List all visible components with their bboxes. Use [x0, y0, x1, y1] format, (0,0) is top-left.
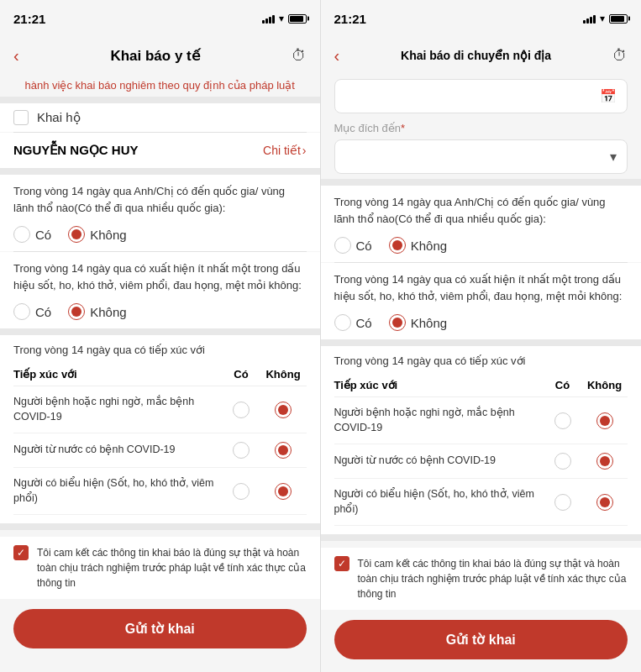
contact-row-3-khong-radio-right[interactable] — [596, 494, 613, 511]
q2-co-option-left[interactable]: Có — [13, 303, 51, 320]
commitment-text-right: Tôi cam kết các thông tin khai báo là đú… — [358, 556, 628, 601]
contact-row-2-co-radio-right[interactable] — [554, 453, 571, 470]
muc-dich-dropdown[interactable]: ▾ — [334, 139, 628, 174]
divider-6-left — [0, 523, 320, 530]
contact-col-co-left: Có — [223, 368, 260, 381]
q1-co-option-left[interactable]: Có — [13, 226, 51, 243]
nav-bar-left: ‹ Khai báo y tế ⏱ — [0, 37, 320, 74]
chi-tiet-link[interactable]: Chi tiết › — [263, 144, 306, 157]
contact-col-khong-right: Không — [581, 379, 628, 391]
back-button-left[interactable]: ‹ — [13, 46, 19, 66]
q2-khong-label-right: Không — [411, 316, 447, 330]
contact-row-1-co-radio-left[interactable] — [233, 402, 250, 418]
contact-header-right: Tiếp xúc với Có Không — [334, 374, 628, 397]
contact-row-1-co-left[interactable] — [223, 402, 260, 418]
divider-3-left — [0, 168, 320, 175]
contact-row-2-khong-right[interactable] — [581, 453, 628, 470]
q1-text-left: Trong vòng 14 ngày qua Anh/Chị có đến qu… — [0, 175, 320, 221]
q1-khong-option-right[interactable]: Không — [389, 237, 447, 254]
q1-khong-radio-left[interactable] — [68, 226, 85, 243]
q1-khong-radio-right[interactable] — [389, 237, 406, 254]
q1-co-option-right[interactable]: Có — [334, 237, 372, 254]
contact-row-1-khong-radio-right[interactable] — [596, 412, 613, 429]
history-icon-left[interactable]: ⏱ — [292, 47, 307, 65]
khai-ho-checkbox[interactable] — [13, 110, 29, 125]
person-name: NGUYỄN NGỌC HUY — [13, 143, 139, 158]
contact-row-3-co-right[interactable] — [544, 494, 581, 511]
q1-co-radio-right[interactable] — [334, 237, 351, 254]
q2-khong-radio-right[interactable] — [389, 314, 406, 331]
khai-ho-row[interactable]: Khai hộ — [0, 103, 320, 132]
commitment-section-left: Tôi cam kết các thông tin khai báo là đú… — [0, 537, 320, 599]
person-row: NGUYỄN NGỌC HUY Chi tiết › — [0, 133, 320, 168]
contact-row-2-co-left[interactable] — [223, 442, 260, 459]
content-right: 📅 Mục đích đến* ▾ Trong vòng 14 ngày qua… — [321, 74, 642, 672]
q2-co-radio-right[interactable] — [334, 314, 351, 331]
contact-row-2-co-right[interactable] — [544, 453, 581, 470]
commitment-section-right: Tôi cam kết các thông tin khai báo là đú… — [321, 548, 642, 610]
battery-icon-left — [288, 14, 307, 24]
contact-col-name-left: Tiếp xúc với — [13, 368, 223, 381]
q2-co-label-right: Có — [356, 316, 372, 330]
contact-row-2-khong-left[interactable] — [260, 442, 307, 459]
q2-co-option-right[interactable]: Có — [334, 314, 372, 331]
contact-row-1-co-right[interactable] — [544, 412, 581, 429]
q2-co-radio-left[interactable] — [13, 303, 30, 320]
divider-3-right — [321, 339, 642, 346]
divider-1-right — [321, 179, 642, 186]
khai-ho-label: Khai hộ — [37, 110, 81, 125]
contact-row-1-name-right: Người bệnh hoặc nghi ngờ, mắc bệnh COVID… — [334, 406, 544, 435]
q1-khong-option-left[interactable]: Không — [68, 226, 126, 243]
q2-khong-radio-left[interactable] — [68, 303, 85, 320]
signal-icon-left — [262, 13, 275, 24]
contact-row-3-khong-radio-left[interactable] — [275, 483, 292, 500]
status-time-right: 21:21 — [334, 12, 366, 26]
q2-text-left: Trong vòng 14 ngày qua có xuất hiện ít n… — [0, 252, 320, 298]
calendar-icon: 📅 — [600, 88, 617, 104]
contact-intro-left: Trong vòng 14 ngày qua có tiếp xúc với — [13, 344, 307, 356]
contact-header-left: Tiếp xúc với Có Không — [13, 363, 307, 386]
date-input[interactable]: 📅 — [334, 79, 628, 113]
history-icon-right[interactable]: ⏱ — [612, 47, 628, 65]
contact-row-2-name-right: Người từ nước có bệnh COVID-19 — [334, 454, 544, 469]
contact-row-3-left: Người có biểu hiện (Sốt, ho, khó thở, vi… — [13, 468, 307, 515]
divider-1-left — [0, 97, 320, 103]
back-button-right[interactable]: ‹ — [334, 46, 340, 66]
left-screen: 21:21 ▾ ‹ Khai báo y tế ⏱ hàn — [0, 0, 321, 672]
wifi-icon-left: ▾ — [279, 13, 284, 24]
q2-text-right: Trong vòng 14 ngày qua có xuất hiện ít n… — [321, 263, 642, 309]
submit-button-right[interactable]: Gửi tờ khai — [334, 620, 628, 659]
contact-row-1-khong-left[interactable] — [260, 402, 307, 418]
commitment-checkbox-left[interactable] — [13, 545, 29, 560]
commitment-checkbox-right[interactable] — [334, 556, 349, 571]
contact-row-3-co-radio-left[interactable] — [233, 483, 250, 500]
contact-row-2-khong-radio-right[interactable] — [596, 453, 613, 470]
submit-button-left[interactable]: Gửi tờ khai — [13, 609, 307, 648]
contact-col-name-right: Tiếp xúc với — [334, 379, 544, 391]
q1-co-radio-left[interactable] — [13, 226, 30, 243]
contact-row-1-khong-radio-left[interactable] — [275, 402, 292, 418]
q1-khong-label-right: Không — [411, 239, 447, 253]
contact-row-3-co-radio-right[interactable] — [554, 494, 571, 511]
contact-intro-right: Trong vòng 14 ngày qua có tiếp xúc với — [334, 354, 628, 367]
contact-row-2-khong-radio-left[interactable] — [275, 442, 292, 459]
contact-row-3-name-right: Người có biểu hiện (Sốt, ho, khó thở, vi… — [334, 487, 544, 517]
battery-icon-right — [609, 14, 628, 24]
contact-row-1-co-radio-right[interactable] — [554, 412, 571, 429]
content-left: hành việc khai báo nghiêm theo quy định … — [0, 74, 320, 672]
q1-radio-row-right: Có Không — [321, 232, 642, 262]
q2-khong-option-right[interactable]: Không — [389, 314, 447, 331]
wifi-icon-right: ▾ — [600, 13, 605, 24]
contact-row-1-right: Người bệnh hoặc nghi ngờ, mắc bệnh COVID… — [334, 397, 628, 444]
contact-row-3-khong-right[interactable] — [581, 494, 628, 511]
contact-row-3-khong-left[interactable] — [260, 483, 307, 500]
contact-row-2-co-radio-left[interactable] — [233, 442, 250, 459]
q2-khong-option-left[interactable]: Không — [68, 303, 126, 320]
q1-co-label-right: Có — [356, 239, 372, 253]
status-time-left: 21:21 — [13, 12, 45, 26]
contact-row-3-right: Người có biểu hiện (Sốt, ho, khó thở, vi… — [334, 479, 628, 526]
status-icons-right: ▾ — [583, 13, 628, 24]
contact-row-3-co-left[interactable] — [223, 483, 260, 500]
divider-4-right — [321, 534, 642, 541]
contact-row-1-khong-right[interactable] — [581, 412, 628, 429]
